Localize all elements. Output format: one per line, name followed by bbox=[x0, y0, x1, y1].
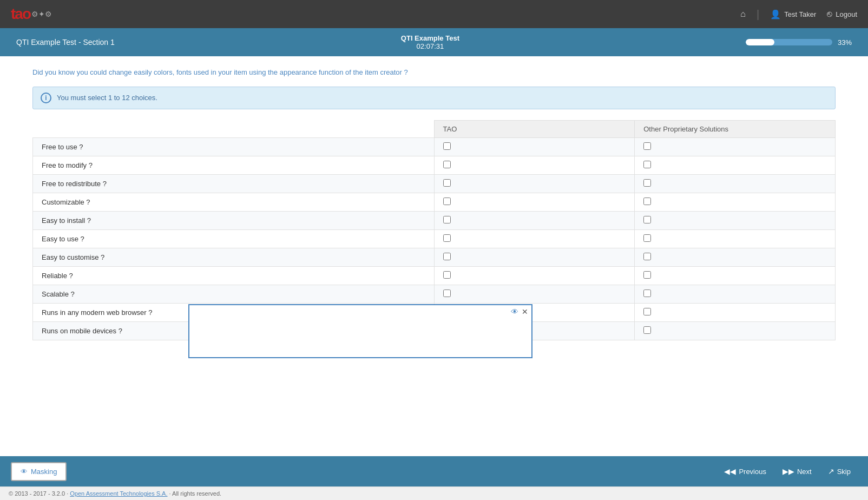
checkbox-other[interactable] bbox=[643, 179, 651, 187]
checkbox-other[interactable] bbox=[643, 234, 651, 242]
row-label: Easy to customise ? bbox=[33, 248, 435, 266]
row-label: Free to use ? bbox=[33, 137, 435, 156]
header-bar: QTI Example Test - Section 1 QTI Example… bbox=[0, 28, 868, 56]
skip-label: Skip bbox=[837, 468, 851, 476]
table-row: Easy to customise ? bbox=[33, 248, 836, 266]
checkbox-tao-cell bbox=[434, 266, 635, 285]
footer-copyright: © 2013 - 2017 - 3.2.0 · bbox=[9, 490, 70, 497]
main-content: Did you know you could change easily col… bbox=[0, 56, 868, 456]
logo-decoration: ⚙✦⚙ bbox=[31, 10, 52, 18]
logo-text: tao bbox=[11, 5, 30, 23]
table-row: Easy to use ? bbox=[33, 229, 836, 248]
navigation-buttons: ◀◀ Previous ▶▶ Next ↗ Skip bbox=[718, 463, 857, 480]
checkbox-tao[interactable] bbox=[443, 161, 451, 168]
checkbox-other-cell bbox=[635, 174, 836, 193]
table-row: Free to use ? bbox=[33, 137, 836, 156]
table-row: Free to modify ? bbox=[33, 156, 836, 174]
test-info: QTI Example Test 02:07:31 bbox=[401, 34, 459, 50]
checkbox-other[interactable] bbox=[643, 290, 651, 297]
checkbox-other-cell bbox=[635, 156, 836, 174]
mask-close-icon[interactable]: ✕ bbox=[522, 307, 528, 316]
test-taker-label: Test Taker bbox=[784, 10, 816, 18]
checkbox-tao[interactable] bbox=[443, 179, 451, 187]
masking-button[interactable]: 👁 Masking bbox=[11, 462, 67, 481]
mask-eye-icon[interactable]: 👁 bbox=[511, 307, 518, 316]
row-label: Customizable ? bbox=[33, 193, 435, 211]
checkbox-tao-cell bbox=[434, 248, 635, 266]
row-label: Scalable ? bbox=[33, 285, 435, 303]
section-title: QTI Example Test - Section 1 bbox=[16, 38, 115, 47]
checkbox-tao-cell bbox=[434, 211, 635, 229]
checkbox-tao[interactable] bbox=[443, 234, 451, 242]
logout-icon: ⎋ bbox=[827, 9, 832, 19]
checkbox-other-cell bbox=[635, 248, 836, 266]
info-icon: i bbox=[41, 93, 51, 103]
checkbox-tao[interactable] bbox=[443, 290, 451, 297]
checkbox-other[interactable] bbox=[643, 161, 651, 168]
checkbox-tao[interactable] bbox=[443, 271, 451, 279]
checkbox-tao[interactable] bbox=[443, 253, 451, 260]
checkbox-tao-cell bbox=[434, 137, 635, 156]
checkbox-tao[interactable] bbox=[443, 142, 451, 150]
col-header-empty bbox=[33, 120, 435, 137]
logo: tao ⚙✦⚙ bbox=[11, 5, 52, 23]
nav-right-area: ⌂ | 👤 Test Taker ⎋ Logout bbox=[740, 8, 857, 21]
checkbox-other[interactable] bbox=[643, 216, 651, 223]
info-message: You must select 1 to 12 choices. bbox=[57, 94, 157, 102]
row-label: Free to redistribute ? bbox=[33, 174, 435, 193]
masking-overlay-header: 👁 ✕ bbox=[189, 305, 531, 318]
checkbox-other[interactable] bbox=[643, 308, 651, 315]
checkbox-other-cell bbox=[635, 229, 836, 248]
next-button[interactable]: ▶▶ Next bbox=[776, 463, 818, 480]
progress-bar-fill bbox=[746, 39, 774, 45]
skip-arrow: ↗ bbox=[828, 467, 834, 476]
logout-label: Logout bbox=[836, 10, 857, 18]
home-icon: ⌂ bbox=[740, 9, 746, 19]
next-arrow: ▶▶ bbox=[782, 467, 794, 476]
test-timer: 02:07:31 bbox=[401, 42, 459, 50]
checkbox-tao-cell bbox=[434, 229, 635, 248]
checkbox-other-cell bbox=[635, 137, 836, 156]
row-label: Easy to install ? bbox=[33, 211, 435, 229]
checkbox-other-cell bbox=[635, 211, 836, 229]
logout-button[interactable]: ⎋ Logout bbox=[827, 9, 857, 19]
masking-overlay: 👁 ✕ bbox=[188, 304, 532, 358]
checkbox-other[interactable] bbox=[643, 198, 651, 205]
checkbox-other[interactable] bbox=[643, 271, 651, 279]
checkbox-tao-cell bbox=[434, 174, 635, 193]
checkbox-tao[interactable] bbox=[443, 198, 451, 205]
checkbox-other-cell bbox=[635, 266, 836, 285]
checkbox-tao-cell bbox=[434, 156, 635, 174]
checkbox-other-cell bbox=[635, 193, 836, 211]
checkbox-other[interactable] bbox=[643, 253, 651, 260]
checkbox-tao-cell bbox=[434, 193, 635, 211]
checkbox-other[interactable] bbox=[643, 142, 651, 150]
footer-link[interactable]: Open Assessment Technologies S.A. bbox=[70, 490, 167, 497]
checkbox-tao-cell bbox=[434, 285, 635, 303]
checkbox-other[interactable] bbox=[643, 326, 651, 334]
table-row: Customizable ? bbox=[33, 193, 836, 211]
col-header-tao: TAO bbox=[434, 120, 635, 137]
previous-arrow: ◀◀ bbox=[724, 467, 736, 476]
progress-bar bbox=[746, 39, 832, 45]
skip-button[interactable]: ↗ Skip bbox=[821, 463, 857, 480]
home-button[interactable]: ⌂ bbox=[740, 9, 746, 19]
previous-label: Previous bbox=[739, 468, 766, 476]
checkbox-tao[interactable] bbox=[443, 216, 451, 223]
row-label: Easy to use ? bbox=[33, 229, 435, 248]
question-text: Did you know you could change easily col… bbox=[32, 67, 836, 78]
nav-divider: | bbox=[757, 8, 759, 21]
table-row: Free to redistribute ? bbox=[33, 174, 836, 193]
masking-eye-icon: 👁 bbox=[21, 468, 28, 476]
table-row: Scalable ? bbox=[33, 285, 836, 303]
user-icon: 👤 bbox=[770, 9, 781, 19]
info-box: i You must select 1 to 12 choices. bbox=[32, 87, 836, 109]
row-label: Free to modify ? bbox=[33, 156, 435, 174]
footer-rights: · All rights reserved. bbox=[167, 490, 221, 497]
next-label: Next bbox=[797, 468, 812, 476]
masking-label: Masking bbox=[31, 468, 57, 476]
test-taker-menu[interactable]: 👤 Test Taker bbox=[770, 9, 816, 19]
previous-button[interactable]: ◀◀ Previous bbox=[718, 463, 773, 480]
checkbox-other-cell bbox=[635, 303, 836, 321]
checkbox-other-cell bbox=[635, 285, 836, 303]
